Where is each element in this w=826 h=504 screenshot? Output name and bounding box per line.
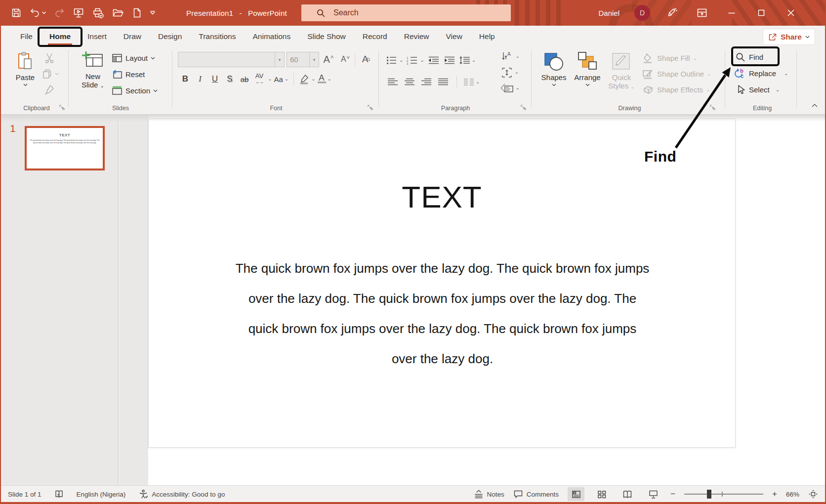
- numbering-button[interactable]: 123 ⌄: [406, 53, 424, 67]
- notes-button[interactable]: Notes: [474, 490, 504, 499]
- quick-styles-button[interactable]: QuickStyles ⌄: [606, 51, 637, 91]
- text-shadow-button[interactable]: S: [223, 72, 236, 86]
- reset-button[interactable]: Reset: [112, 67, 145, 82]
- find-button[interactable]: Find: [735, 49, 763, 65]
- align-right-button[interactable]: [420, 75, 433, 89]
- open-file-button[interactable]: [112, 7, 124, 18]
- tab-review[interactable]: Review: [396, 26, 438, 47]
- spell-check-button[interactable]: [54, 490, 64, 499]
- print-preview-button[interactable]: [92, 7, 104, 19]
- format-painter-button[interactable]: [43, 84, 55, 96]
- decrease-indent-button[interactable]: [427, 53, 440, 67]
- align-left-button[interactable]: [386, 75, 399, 89]
- share-button[interactable]: Share: [763, 29, 815, 45]
- tab-home[interactable]: Home: [41, 26, 79, 47]
- tab-animations[interactable]: Animations: [244, 26, 299, 47]
- fit-slide-to-window-button[interactable]: [808, 489, 818, 499]
- maximize-button[interactable]: [754, 0, 769, 26]
- collapse-ribbon-button[interactable]: [811, 103, 818, 108]
- shape-effects-button[interactable]: Shape Effects ⌄: [642, 82, 710, 97]
- search-box[interactable]: [301, 4, 511, 21]
- slide-body-text[interactable]: The quick brown fox jumps over the lazy …: [178, 253, 706, 374]
- reading-view-button[interactable]: [619, 487, 636, 501]
- line-spacing-button[interactable]: ⌄: [459, 53, 476, 67]
- arrange-button[interactable]: Arrange: [571, 51, 604, 86]
- start-slideshow-button[interactable]: [73, 7, 84, 19]
- language-button[interactable]: English (Nigeria): [77, 491, 126, 498]
- save-button[interactable]: [11, 7, 22, 18]
- coming-soon-icon[interactable]: [665, 0, 680, 26]
- text-highlight-color-button[interactable]: ⌄: [299, 72, 315, 86]
- drawing-dialog-launcher[interactable]: [709, 104, 716, 111]
- slide-indicator[interactable]: Slide 1 of 1: [8, 491, 41, 498]
- quick-access-toolbar: [11, 0, 156, 26]
- font-size-select[interactable]: 60 ▾: [287, 52, 319, 67]
- select-button[interactable]: Select ⌄: [735, 82, 780, 97]
- font-dialog-launcher[interactable]: [367, 104, 373, 111]
- font-color-button[interactable]: A ⌄: [318, 72, 331, 86]
- section-button[interactable]: Section: [112, 83, 158, 98]
- minimize-button[interactable]: [724, 0, 739, 26]
- underline-button[interactable]: U: [208, 72, 221, 86]
- paste-button[interactable]: Paste: [11, 51, 40, 86]
- search-input[interactable]: [333, 8, 492, 17]
- increase-indent-button[interactable]: [443, 53, 456, 67]
- replace-button[interactable]: bc Replace ⌄: [734, 66, 788, 81]
- zoom-slider-thumb[interactable]: [707, 490, 711, 499]
- tab-design[interactable]: Design: [150, 26, 190, 47]
- tab-draw[interactable]: Draw: [115, 26, 150, 47]
- zoom-level[interactable]: 66%: [786, 491, 799, 498]
- slideshow-view-button[interactable]: [645, 487, 661, 501]
- shape-fill-button[interactable]: Shape Fill ⌄: [642, 50, 697, 66]
- avatar[interactable]: D: [634, 5, 650, 21]
- tab-insert[interactable]: Insert: [79, 26, 115, 47]
- clipboard-dialog-launcher[interactable]: [59, 104, 65, 111]
- align-text-button[interactable]: ⌄: [501, 67, 513, 78]
- increase-font-size-button[interactable]: A˄: [322, 52, 335, 66]
- font-name-select[interactable]: ▾: [178, 52, 285, 67]
- zoom-in-button[interactable]: +: [772, 489, 777, 499]
- tab-file[interactable]: File: [12, 26, 41, 47]
- normal-view-button[interactable]: [568, 487, 584, 501]
- tab-help[interactable]: Help: [471, 26, 503, 47]
- italic-button[interactable]: I: [194, 72, 206, 86]
- convert-to-smartart-button[interactable]: ⌄: [500, 83, 514, 94]
- comments-button[interactable]: Comments: [513, 490, 559, 499]
- close-button[interactable]: [784, 0, 798, 26]
- layout-button[interactable]: Layout: [112, 50, 155, 66]
- slide-canvas[interactable]: TEXT The quick brown fox jumps over the …: [148, 119, 736, 448]
- slide-thumbnail[interactable]: TEXT The quick brown fox jumps over the …: [25, 126, 105, 170]
- decrease-font-size-button[interactable]: A˅: [339, 52, 352, 66]
- cut-button[interactable]: [43, 52, 55, 64]
- undo-button[interactable]: [29, 7, 46, 18]
- character-spacing-button[interactable]: AV←→: [253, 72, 266, 86]
- new-document-button[interactable]: [131, 7, 142, 19]
- slide-sorter-view-button[interactable]: [593, 487, 610, 501]
- bold-button[interactable]: B: [179, 72, 192, 86]
- text-direction-button[interactable]: A ⌄: [501, 51, 514, 62]
- shape-outline-button[interactable]: Shape Outline ⌄: [642, 66, 711, 82]
- strikethrough-button[interactable]: ab: [238, 72, 251, 86]
- columns-button[interactable]: ⌄: [464, 75, 480, 89]
- zoom-out-button[interactable]: −: [670, 489, 675, 499]
- copy-button[interactable]: [41, 68, 59, 80]
- tab-slide-show[interactable]: Slide Show: [299, 26, 354, 47]
- clear-formatting-button[interactable]: A◊: [360, 52, 372, 66]
- tab-view[interactable]: View: [438, 26, 471, 47]
- accessibility-button[interactable]: Accessibility: Good to go: [138, 489, 225, 499]
- slide-title-text[interactable]: TEXT: [149, 179, 735, 214]
- customize-quick-access-toolbar-icon[interactable]: [150, 10, 156, 16]
- shapes-button[interactable]: Shapes: [538, 51, 569, 86]
- user-name[interactable]: Daniel: [598, 9, 620, 17]
- bullets-button[interactable]: ⌄: [386, 53, 403, 67]
- tab-transitions[interactable]: Transitions: [190, 26, 244, 47]
- ribbon-display-options-icon[interactable]: [695, 0, 709, 26]
- new-slide-button[interactable]: NewSlide ⌄: [77, 51, 109, 90]
- align-center-button[interactable]: [403, 75, 416, 89]
- paragraph-dialog-launcher[interactable]: [520, 104, 527, 111]
- redo-button[interactable]: [53, 7, 65, 18]
- justify-button[interactable]: [437, 75, 450, 89]
- change-case-button[interactable]: Aa⌄: [274, 72, 289, 86]
- tab-record[interactable]: Record: [354, 26, 396, 47]
- zoom-slider[interactable]: [684, 487, 763, 501]
